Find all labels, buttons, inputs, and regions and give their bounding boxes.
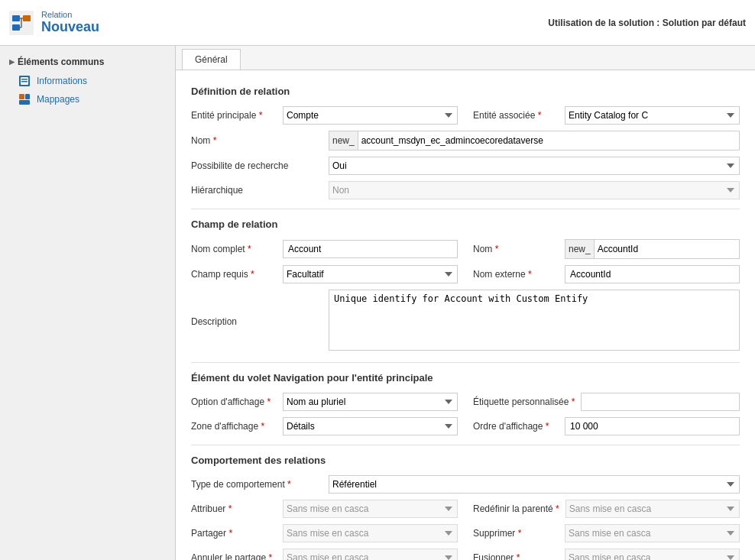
tab-general[interactable]: Général [182, 49, 241, 70]
relation-icon [9, 11, 34, 35]
nom-prefix: new_ [329, 131, 358, 150]
label-nom-externe: Nom externe * [473, 269, 565, 280]
description-textarea[interactable]: Unique identify for Account with Custom … [329, 290, 740, 351]
field-nom: new_ [329, 131, 740, 151]
label-zone-affichage: Zone d'affichage * [191, 421, 283, 432]
select-type-comportement[interactable]: Référentiel [329, 475, 740, 494]
select-champ-requis[interactable]: Facultatif [283, 265, 458, 283]
required-star-ord: * [546, 421, 549, 432]
select-annuler[interactable]: Sans mise en casca [283, 549, 458, 560]
select-redefin[interactable]: Sans mise en casca [565, 500, 740, 518]
nom-champ-prefix: new_ [565, 240, 595, 258]
select-zone-affichage[interactable]: Détails [283, 417, 458, 435]
select-entite-associee[interactable]: Entity Catalog for C [565, 106, 740, 125]
required-star-fus: * [517, 552, 520, 560]
input-etiquette [581, 393, 740, 411]
informations-icon [18, 75, 31, 87]
section-navigation-title: Élément du volet Navigation pour l'entit… [191, 372, 740, 384]
sidebar-item-mappages[interactable]: Mappages [0, 90, 175, 108]
label-option-affichage: Option d'affichage * [191, 397, 283, 407]
row-attribuer-redefin: Attribuer * Sans mise en casca Redéfinir… [191, 500, 740, 518]
field-type-comportement: Référentiel [329, 475, 740, 494]
nom-externe-input[interactable] [565, 265, 740, 283]
required-star-za: * [261, 421, 264, 432]
required-star-nc: * [248, 244, 251, 254]
mappages-icon [18, 93, 31, 105]
required-star-nom: * [213, 135, 217, 146]
main-layout: Éléments communs Informations [0, 46, 755, 560]
required-star-cr: * [251, 269, 254, 280]
row-possibilite: Possibilite de recherche Oui [191, 157, 740, 175]
svg-rect-1 [12, 15, 20, 21]
nom-champ-input[interactable] [595, 241, 739, 257]
field-nom-complet: Nom complet * [191, 240, 458, 258]
input-nom-container: new_ [329, 131, 740, 151]
label-hierarchique: Hiérarchique [191, 185, 329, 196]
label-nom-complet: Nom complet * [191, 244, 283, 254]
solution-label: Utilisation de la solution : Solution pa… [548, 18, 746, 28]
input-entite-principale: Compte [283, 106, 458, 125]
required-star-nc2: * [495, 244, 499, 254]
input-nom-champ: new_ [565, 239, 740, 259]
ordre-affichage-input[interactable] [565, 417, 740, 435]
label-ordre-affichage: Ordre d'affichage * [473, 421, 565, 432]
svg-rect-10 [21, 81, 28, 83]
sidebar-item-informations[interactable]: Informations [0, 72, 175, 90]
field-redefin: Redéfinir la parenté * Sans mise en casc… [473, 500, 740, 518]
label-supprimer: Supprimer * [473, 528, 565, 539]
divider-3 [191, 445, 740, 445]
field-etiquette: Étiquette personnalisée * [473, 393, 740, 411]
field-entite-principale: Entité principale * Compte [191, 106, 458, 125]
field-zone-affichage: Zone d'affichage * Détails [191, 417, 458, 435]
header-titles: Relation Nouveau [41, 10, 99, 35]
field-ordre-affichage: Ordre d'affichage * [473, 417, 740, 435]
required-star-ne: * [528, 269, 532, 280]
required-star-red: * [556, 503, 559, 514]
label-nom-champ: Nom * [473, 244, 565, 254]
nom-complet-input[interactable] [283, 240, 458, 258]
select-supprimer[interactable]: Sans mise en casca [565, 524, 740, 542]
required-star-et: * [572, 397, 575, 407]
required-star-oa: * [267, 397, 271, 407]
select-partager[interactable]: Sans mise en casca [283, 524, 458, 542]
field-fusionner: Fusionner * Sans mise en casca [473, 549, 740, 560]
select-option-affichage[interactable]: Nom au pluriel [283, 393, 458, 411]
select-fusionner[interactable]: Sans mise en casca [565, 549, 740, 560]
header-left: Relation Nouveau [9, 10, 99, 35]
label-description: Description [191, 316, 329, 327]
required-star-att: * [228, 503, 232, 514]
field-partager: Partager * Sans mise en casca [191, 524, 458, 542]
nom-input[interactable] [358, 132, 739, 149]
divider-1 [191, 209, 740, 209]
svg-rect-3 [12, 24, 20, 31]
svg-rect-11 [19, 94, 24, 99]
row-nom-complet-nom: Nom complet * Nom * [191, 239, 740, 259]
input-annuler: Sans mise en casca [283, 549, 458, 560]
input-supprimer: Sans mise en casca [565, 524, 740, 542]
select-entite-principale[interactable]: Compte [283, 106, 458, 125]
etiquette-input[interactable] [581, 393, 740, 411]
input-entite-associee: Entity Catalog for C [565, 106, 740, 125]
field-attribuer: Attribuer * Sans mise en casca [191, 500, 458, 518]
label-attribuer: Attribuer * [191, 503, 283, 514]
row-entites: Entité principale * Compte Entité associ… [191, 106, 740, 125]
input-zone-affichage: Détails [283, 417, 458, 435]
sidebar-item-label-informations: Informations [37, 76, 87, 86]
content-area: Général Définition de relation Entité pr… [176, 46, 755, 560]
required-star-sup: * [518, 528, 522, 539]
header-subtitle: Relation [41, 10, 99, 19]
select-hierarchique[interactable]: Non [329, 181, 740, 199]
label-entite-principale: Entité principale * [191, 110, 283, 121]
select-possibilite[interactable]: Oui [329, 157, 740, 175]
required-star-tc: * [287, 479, 291, 490]
svg-rect-2 [23, 15, 31, 21]
required-star-ann: * [268, 552, 272, 560]
form-content: Définition de relation Entité principale… [176, 70, 755, 560]
input-nom-complet [283, 240, 458, 258]
label-fusionner: Fusionner * [473, 552, 565, 560]
header-title: Nouveau [41, 19, 99, 35]
row-champ-requis-nom-ext: Champ requis * Facultatif Nom externe [191, 265, 740, 283]
row-option-etiquette: Option d'affichage * Nom au pluriel Étiq… [191, 393, 740, 411]
select-attribuer[interactable]: Sans mise en casca [283, 500, 458, 518]
sidebar: Éléments communs Informations [0, 46, 176, 560]
